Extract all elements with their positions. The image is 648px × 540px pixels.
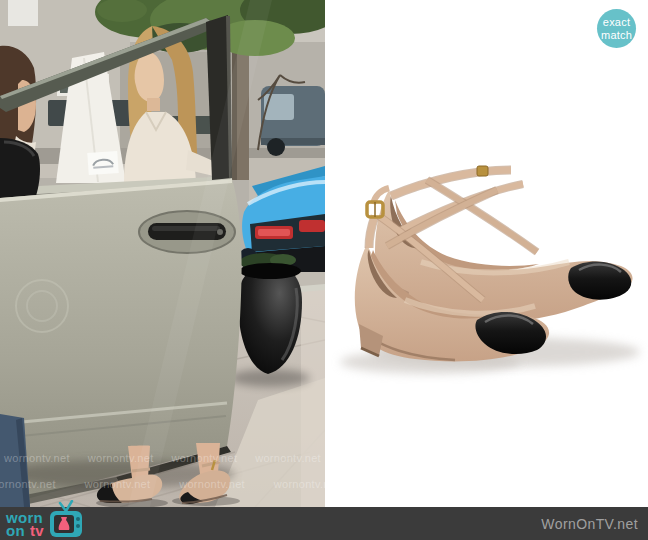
product-illustration [325,0,648,507]
scene-illustration [0,0,325,507]
badge-line2: match [601,29,632,41]
badge-line1: exact [603,16,630,28]
exact-match-badge: exact match [597,9,636,48]
dealer-sign [87,151,118,175]
brand-watermark-text: WornOnTV.net [541,516,638,532]
logo-wordmark: worn on tv [6,511,44,540]
logo-word-on: on [6,524,25,537]
wornontv-logo[interactable]: worn on tv [6,497,83,540]
logo-word-tv: tv [30,524,44,537]
tv-scene-photo: wornontv.networnontv.networnontv.networn… [0,0,325,507]
product-image-flats[interactable] [325,0,648,507]
back-shoe-buckle [477,166,488,176]
wornontv-composite: wornontv.networnontv.networnontv.networn… [0,0,648,540]
footer-bar: WornOnTV.net [0,507,648,540]
tv-with-dress-icon [49,500,83,540]
